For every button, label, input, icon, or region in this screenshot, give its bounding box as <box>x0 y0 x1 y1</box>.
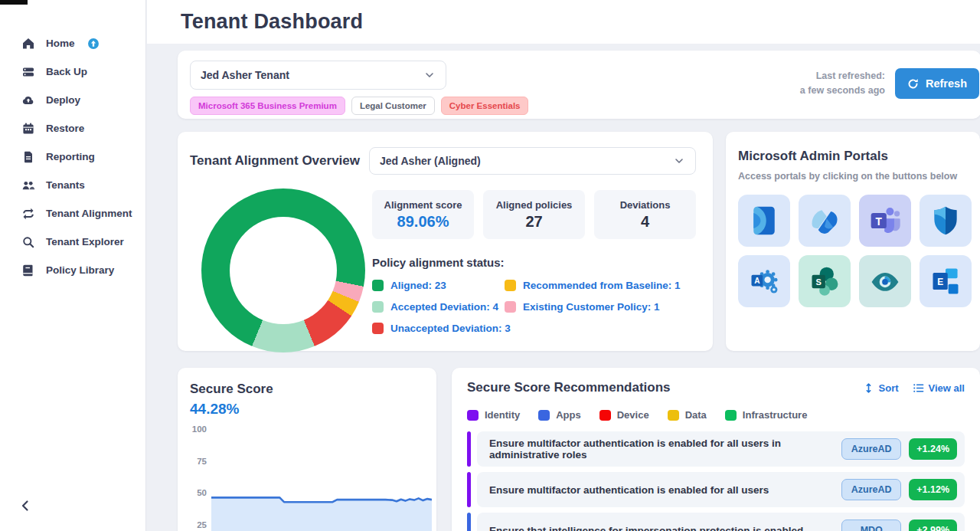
secure-score-title: Secure Score <box>190 382 432 397</box>
explorer-icon <box>21 235 35 249</box>
recommendation-body: Ensure multifactor authentication is ena… <box>477 431 965 467</box>
score-delta-badge: +1.24% <box>909 438 957 460</box>
legend-item-accepted-deviation-4: Accepted Deviation: 4 <box>372 301 505 313</box>
purview-icon <box>868 264 902 298</box>
sidebar-item-tenant-explorer[interactable]: Tenant Explorer <box>0 228 145 256</box>
intune-endpoint-icon <box>808 204 841 238</box>
portal-entra-id-button[interactable]: A <box>738 255 790 307</box>
recommendation-row[interactable]: Ensure multifactor authentication is ena… <box>467 431 965 467</box>
category-device: Device <box>599 409 649 421</box>
legend-swatch <box>372 280 384 291</box>
exchange-icon: E <box>929 264 962 298</box>
alignment-stats: Alignment score89.06%Aligned policies27D… <box>372 190 696 239</box>
stat-value: 4 <box>641 213 649 231</box>
admin-portals-card: Microsoft Admin Portals Access portals b… <box>726 132 980 351</box>
sidebar-item-back-up[interactable]: Back Up <box>0 57 145 86</box>
portal-microsoft-365-admin-button[interactable] <box>738 195 790 247</box>
recommendation-text: Ensure multifactor authentication is ena… <box>489 438 841 461</box>
portal-intune-endpoint-button[interactable] <box>799 195 851 247</box>
tenant-tags: Microsoft 365 Business PremiumLegal Cust… <box>190 97 979 115</box>
backup-icon <box>21 65 35 79</box>
legend-item-unaccepted-deviation-3: Unaccepted Deviation: 3 <box>372 323 505 334</box>
sidebar-item-restore[interactable]: Restore <box>0 114 145 143</box>
category-identity: Identity <box>467 409 520 421</box>
category-data: Data <box>668 409 707 421</box>
legend-column: Recommended from Baseline: 1Existing Cus… <box>505 280 681 334</box>
portals-card-title: Microsoft Admin Portals <box>738 149 968 164</box>
sidebar-item-tenant-alignment[interactable]: Tenant Alignment <box>0 199 145 228</box>
alignment-tenant-selector[interactable]: Jed Asher (Aligned) <box>369 147 696 175</box>
category-label: Identity <box>485 409 520 421</box>
top-left-window-bar <box>0 0 28 5</box>
sidebar-item-policy-library[interactable]: Policy Library <box>0 256 145 284</box>
tenant-selector[interactable]: Jed Asher Tenant <box>190 61 446 90</box>
chevron-down-icon <box>423 69 436 81</box>
score-delta-badge: +1.12% <box>909 479 957 500</box>
sidebar-collapse-button[interactable] <box>18 499 32 513</box>
policy-status-heading: Policy alignment status: <box>372 256 696 269</box>
legend-column: Aligned: 23Accepted Deviation: 4Unaccept… <box>372 280 505 334</box>
update-badge-icon <box>87 38 100 50</box>
legend-item-recommended-from-baseline-1: Recommended from Baseline: 1 <box>505 280 681 291</box>
recommendations-title: Secure Score Recommendations <box>467 380 670 395</box>
sidebar-item-reporting[interactable]: Reporting <box>0 143 145 171</box>
portal-badge: MDO <box>841 520 901 531</box>
sidebar-item-label: Deploy <box>46 94 80 106</box>
portal-defender-button[interactable] <box>920 195 972 247</box>
sidebar-item-tenants[interactable]: Tenants <box>0 171 145 199</box>
entra-id-icon: A <box>747 264 781 298</box>
last-refreshed-text: Last refreshed: a few seconds ago <box>800 69 885 99</box>
category-swatch <box>538 410 550 421</box>
recommendation-row[interactable]: Ensure that intelligence for impersonati… <box>467 513 965 531</box>
sort-icon <box>863 382 874 394</box>
portal-badge: AzureAD <box>841 479 901 500</box>
portal-teams-button[interactable]: T <box>859 195 911 247</box>
category-swatch <box>467 410 479 421</box>
legend-item-aligned-23: Aligned: 23 <box>372 280 505 291</box>
page-header: Tenant Dashboard <box>147 0 980 44</box>
y-tick-label: 75 <box>197 457 207 466</box>
legend-item-existing-customer-policy-1: Existing Customer Policy: 1 <box>505 301 681 313</box>
category-swatch <box>725 410 737 421</box>
portal-tiles: TASE <box>738 195 968 307</box>
secure-score-chart: 100755025 <box>190 425 432 531</box>
legend-swatch <box>505 280 516 291</box>
alignment-legend: Aligned: 23Accepted Deviation: 4Unaccept… <box>372 280 696 334</box>
home-icon <box>21 37 35 51</box>
portal-sharepoint-button[interactable]: S <box>799 255 851 307</box>
microsoft-365-admin-icon <box>747 204 781 238</box>
sidebar-item-label: Policy Library <box>46 264 114 276</box>
list-icon <box>913 382 924 394</box>
stat-value: 89.06% <box>397 213 449 231</box>
tenant-selector-value: Jed Asher Tenant <box>201 69 289 81</box>
category-accent-bar <box>467 472 471 507</box>
stat-label: Deviations <box>620 199 671 211</box>
portal-exchange-button[interactable]: E <box>920 255 972 307</box>
recommendation-row[interactable]: Ensure multifactor authentication is ena… <box>467 472 965 507</box>
sidebar-item-home[interactable]: Home <box>0 29 145 57</box>
stat-deviations: Deviations4 <box>594 190 696 239</box>
stat-label: Alignment score <box>384 199 462 211</box>
tenant-tag-microsoft-365-business-premium: Microsoft 365 Business Premium <box>190 97 345 115</box>
category-legend: IdentityAppsDeviceDataInfrastructure <box>467 409 965 421</box>
restore-icon <box>21 122 35 136</box>
legend-label: Existing Customer Policy: 1 <box>523 301 660 313</box>
svg-text:S: S <box>816 277 822 287</box>
sidebar-item-label: Home <box>46 38 75 49</box>
recommendations-card: Secure Score Recommendations Sort View a… <box>452 368 980 531</box>
sort-button[interactable]: Sort <box>863 382 899 394</box>
category-label: Apps <box>556 409 581 421</box>
portal-badge: AzureAD <box>841 438 901 460</box>
legend-label: Accepted Deviation: 4 <box>390 301 498 313</box>
sidebar-item-deploy[interactable]: Deploy <box>0 86 145 114</box>
tenant-tag-cyber-essentials: Cyber Essentials <box>441 97 529 115</box>
tenant-bar-card: Jed Asher Tenant Microsoft 365 Business … <box>178 51 980 119</box>
portal-purview-button[interactable] <box>859 255 911 307</box>
view-all-button[interactable]: View all <box>913 382 965 394</box>
recommendation-body: Ensure multifactor authentication is ena… <box>477 472 965 507</box>
stat-value: 27 <box>525 213 542 231</box>
refresh-button[interactable]: Refresh <box>895 68 979 99</box>
chart-y-axis: 100755025 <box>190 425 211 531</box>
recommendation-body: Ensure that intelligence for impersonati… <box>477 513 965 531</box>
sidebar-item-label: Reporting <box>46 151 95 162</box>
